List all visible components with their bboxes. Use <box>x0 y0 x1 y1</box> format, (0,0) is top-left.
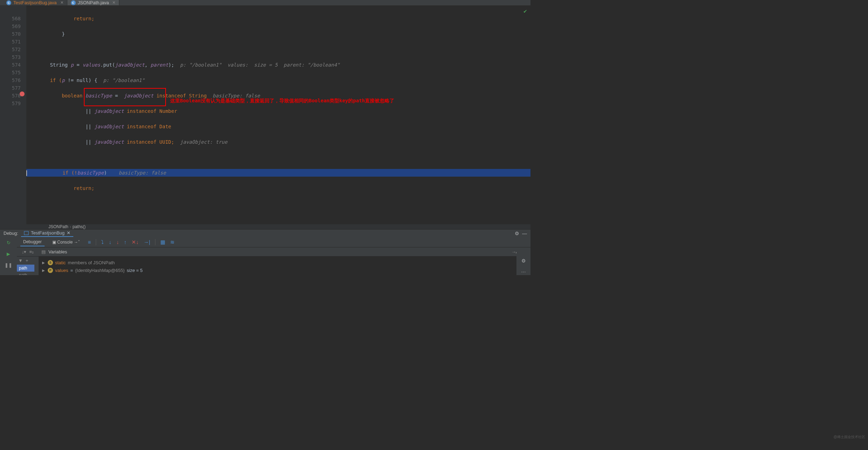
current-line: if (!basicType) basicType: false <box>26 169 530 177</box>
breadcrumb-item[interactable]: paths() <box>73 224 86 229</box>
chevron-right-icon: › <box>70 224 71 229</box>
filter-icon[interactable]: ▼ <box>18 258 23 263</box>
close-icon[interactable]: ✕ <box>112 0 115 5</box>
close-icon[interactable]: ✕ <box>60 0 64 5</box>
step-over-icon[interactable]: ⤵ <box>101 239 104 245</box>
debugger-tab[interactable]: Debugger <box>20 238 45 246</box>
breadcrumb-item[interactable]: JSONPath <box>48 224 68 229</box>
inline-hint: basicType: false <box>119 170 166 176</box>
application-icon <box>24 231 29 236</box>
evaluate-icon[interactable]: ▦ <box>160 239 165 245</box>
stop-icon[interactable]: ■ <box>5 273 12 275</box>
thread-icon[interactable]: ↓▾ <box>22 249 27 254</box>
frames-list-icon[interactable]: ≡₂ <box>29 249 34 254</box>
debug-right-sidebar: ⚙ … <box>516 247 530 275</box>
tab-label: TestFastjsonBug.java <box>13 0 57 5</box>
debug-title: Debug: <box>4 231 18 236</box>
breadcrumb[interactable]: JSONPath › paths() <box>0 224 530 229</box>
pause-icon[interactable]: ❚❚ <box>5 261 12 268</box>
debug-session-tab[interactable]: TestFastjsonBug ✕ <box>21 230 73 237</box>
step-into-icon[interactable]: ↓ <box>109 239 112 245</box>
breakpoint-icon[interactable] <box>20 91 25 96</box>
layout-icon[interactable]: ▤ <box>41 249 46 254</box>
code-text: } <box>26 31 65 37</box>
variable-row[interactable]: ▶Pvalues = {IdentityHashMap@655} size = … <box>39 266 530 274</box>
tab-jsonpath[interactable]: C JSONPath.java ✕ <box>67 0 120 5</box>
drop-frame-icon[interactable]: ✕↓ <box>132 239 139 245</box>
code-text: return; <box>26 185 94 191</box>
inline-hint: javaObject: true <box>180 139 227 145</box>
inline-hint: p: "/boolean1" values: size = 5 parent: … <box>180 62 340 68</box>
java-class-icon: C <box>6 0 11 5</box>
console-tab[interactable]: ▣ Console →˟ <box>49 238 83 246</box>
minimize-icon[interactable]: — <box>522 231 527 236</box>
frame-item[interactable]: path <box>17 272 34 275</box>
code-area[interactable]: return; } String p = values.put(javaObje… <box>26 6 530 224</box>
rerun-icon[interactable]: ↻ <box>5 239 12 246</box>
variables-tree[interactable]: ▶Sstatic members of JSONPath ▶Pvalues = … <box>39 257 530 275</box>
frames-panel: ↓▾ ≡₂ ▼ + path path path path mai <box>17 247 39 275</box>
resume-icon[interactable]: ▶ <box>5 250 12 257</box>
debug-header: Debug: TestFastjsonBug ✕ ⚙ — <box>0 229 530 237</box>
frame-item[interactable]: path <box>17 265 34 272</box>
svg-rect-0 <box>24 231 28 235</box>
annotation-text: 这里Boolean没有认为是基础类型，直接返回了，导致值相同的Boolean类型… <box>170 97 394 104</box>
variables-header: ▤ Variables →▬ ≡₂ <box>39 247 530 257</box>
code-editor[interactable]: ✔ 568 569 570 571 572 573 574 575 576 57… <box>0 6 530 224</box>
more-icon[interactable]: … <box>521 268 526 273</box>
variable-row[interactable]: ▶Sstatic members of JSONPath <box>39 259 530 266</box>
variable-row[interactable]: ▶Ppaths = {HashMap@656} size = 5 <box>39 274 530 275</box>
variables-title: Variables <box>48 249 508 254</box>
debug-toolbar: Debugger ▣ Console →˟ ≡ ⤵ ↓ ↓ ↑ ✕↓ →| ▦ … <box>17 237 530 247</box>
inline-hint: p: "/boolean1" <box>103 77 145 83</box>
tab-testfastjsonbug[interactable]: C TestFastjsonBug.java ✕ <box>3 0 67 5</box>
add-icon[interactable]: + <box>26 258 28 263</box>
editor-tabs: C TestFastjsonBug.java ✕ C JSONPath.java… <box>0 0 530 6</box>
step-out-icon[interactable]: ↑ <box>124 239 127 245</box>
trace-icon[interactable]: ≋ <box>170 239 175 245</box>
java-class-icon: C <box>71 0 76 5</box>
debug-sidebar: ↻ ▶ ❚❚ ■ ◉ ⊘ » <box>0 237 17 275</box>
tab-label: JSONPath.java <box>78 0 109 5</box>
run-to-cursor-icon[interactable]: →| <box>143 239 150 245</box>
close-icon[interactable]: ✕ <box>67 230 71 236</box>
show-execution-point-icon[interactable]: ≡ <box>88 239 91 245</box>
gear-icon[interactable]: ⚙ <box>521 258 526 264</box>
gutter[interactable]: 568 569 570 571 572 573 574 575 576 577 … <box>0 6 26 224</box>
force-step-into-icon[interactable]: ↓ <box>116 239 119 245</box>
code-text: return; <box>26 16 94 21</box>
gear-icon[interactable]: ⚙ <box>515 231 519 236</box>
